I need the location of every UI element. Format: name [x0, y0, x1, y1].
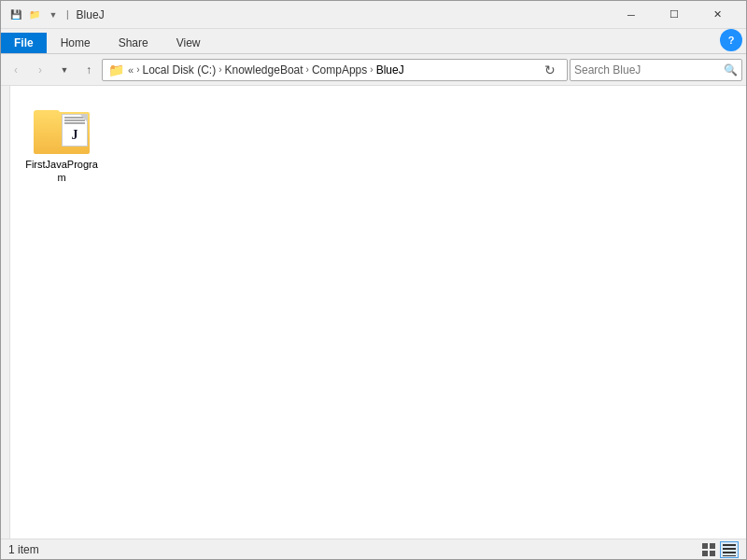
tab-share[interactable]: Share: [105, 32, 162, 53]
folder-label-firstjavaprogram: FirstJavaProgram: [23, 158, 100, 185]
maximize-button[interactable]: ☐: [653, 1, 696, 29]
breadcrumb-bluej: BlueJ: [376, 63, 404, 77]
java-j-logo: J: [72, 128, 78, 143]
title-bar-icons: 💾 📁 ▼ |: [8, 7, 69, 22]
separator: |: [66, 9, 69, 20]
help-button[interactable]: ?: [720, 29, 742, 51]
save-quick-icon: ▼: [46, 7, 61, 22]
back-button[interactable]: ‹: [5, 59, 27, 81]
location-folder-icon: 📁: [108, 63, 124, 77]
search-input[interactable]: [574, 63, 724, 77]
address-bar[interactable]: 📁 « › FirstJavaProgram Local Disk (C:) ›…: [102, 59, 568, 81]
list-view-button[interactable]: [699, 541, 718, 558]
breadcrumb-arrow-1: ›: [218, 64, 221, 75]
java-doc-overlay: J: [62, 114, 88, 147]
refresh-button[interactable]: ↻: [539, 59, 561, 81]
window-title: BlueJ: [77, 8, 610, 21]
view-controls: [699, 541, 739, 558]
window-controls: ─ ☐ ✕: [610, 1, 739, 29]
address-bar-content: « › FirstJavaProgram Local Disk (C:) › K…: [128, 63, 404, 77]
breadcrumb-arrow-0: ›: [136, 64, 139, 75]
tab-file[interactable]: File: [1, 33, 47, 53]
status-count: 1 item: [8, 543, 39, 556]
doc-line-3: [64, 122, 85, 124]
breadcrumb-compapps: CompApps: [312, 63, 367, 77]
content-area: J FirstJavaProgram: [10, 86, 746, 539]
svg-rect-0: [702, 543, 708, 549]
status-bar: 1 item: [1, 539, 746, 559]
ribbon: File Home Share View ?: [1, 29, 746, 54]
breadcrumb-localDisk: Local Disk (C:): [142, 63, 216, 77]
minimize-button[interactable]: ─: [610, 1, 653, 29]
up-button[interactable]: ↑: [78, 59, 100, 81]
breadcrumb-knowledgeboat: KnowledgeBoat: [225, 63, 303, 77]
detail-view-button[interactable]: [720, 541, 739, 558]
tab-home[interactable]: Home: [47, 32, 105, 53]
recent-locations-button[interactable]: ▼: [53, 59, 76, 81]
svg-rect-1: [710, 543, 715, 549]
main-area: J FirstJavaProgram: [1, 86, 746, 539]
breadcrumb-recent: «: [128, 64, 134, 76]
close-button[interactable]: ✕: [696, 1, 739, 29]
svg-rect-5: [723, 548, 736, 550]
search-box[interactable]: 🔍: [570, 59, 742, 81]
list-view-icon: [702, 543, 715, 556]
svg-rect-7: [723, 555, 736, 556]
folder-icon-firstjavaprogram: J: [34, 103, 90, 154]
svg-rect-4: [723, 544, 736, 546]
folder-quick-icon: 📁: [27, 7, 42, 22]
doc-line-2: [64, 119, 85, 121]
search-icon[interactable]: 🔍: [724, 63, 738, 77]
forward-button[interactable]: ›: [29, 59, 51, 81]
nav-panel: [1, 86, 10, 539]
folder-item-firstjavaprogram[interactable]: J FirstJavaProgram: [20, 95, 104, 192]
doc-line-1: [64, 117, 85, 119]
breadcrumb-arrow-2: ›: [306, 64, 309, 75]
tab-view[interactable]: View: [162, 32, 215, 53]
address-area: ‹ › ▼ ↑ 📁 « › FirstJavaProgram Local Dis…: [1, 54, 746, 86]
svg-rect-2: [702, 551, 708, 556]
detail-view-icon: [723, 543, 736, 556]
title-bar: 💾 📁 ▼ | BlueJ ─ ☐ ✕: [1, 1, 746, 29]
floppy-icon: 💾: [8, 7, 23, 22]
ribbon-tabs: File Home Share View ?: [1, 29, 746, 53]
svg-rect-6: [723, 552, 736, 553]
svg-rect-3: [710, 551, 715, 556]
breadcrumb-arrow-3: ›: [370, 64, 373, 75]
